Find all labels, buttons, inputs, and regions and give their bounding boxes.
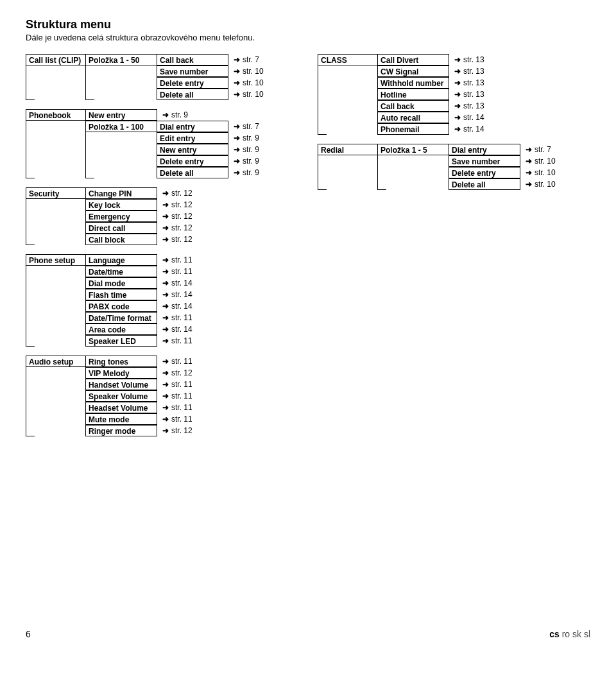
page-ref-text: str. 10 <box>243 89 264 100</box>
page-ref-text: str. 12 <box>171 222 193 234</box>
page-ref-text: str. 11 <box>171 413 193 425</box>
page-ref-text: str. 14 <box>171 289 193 300</box>
menu-row: Key lock➜str. 12 <box>26 199 298 211</box>
page-ref-text: str. 11 <box>171 266 193 277</box>
page-ref-text: str. 14 <box>171 300 193 312</box>
menu-row: RedialPoložka 1 - 5Dial entry➜str. 7 <box>318 144 590 155</box>
menu-row: Ringer mode➜str. 12 <box>26 425 298 436</box>
page-ref-text: str. 10 <box>243 65 264 77</box>
page-ref-text: str. 7 <box>535 144 551 155</box>
menu-category: Call list (CLIP) <box>26 54 86 65</box>
arrow-icon: ➜ <box>234 144 240 155</box>
menu-row: PABX code➜str. 14 <box>26 300 298 312</box>
menu-item: Položka 1 - 100 <box>85 121 157 132</box>
page-ref: ➜str. 12 <box>157 234 193 245</box>
menu-item: Položka 1 - 50 <box>85 54 157 65</box>
tree-connector <box>85 132 94 144</box>
page-ref: ➜str. 9 <box>228 132 259 144</box>
tree-connector <box>318 112 327 123</box>
menu-category: Audio setup <box>26 356 86 367</box>
tree-connector <box>26 77 35 89</box>
page-ref-text: str. 13 <box>463 65 484 77</box>
menu-item: New entry <box>85 109 157 121</box>
page-footer: 6 cs ro sk sl <box>26 629 590 639</box>
page-ref: ➜str. 14 <box>157 277 193 289</box>
tree-connector <box>377 155 386 167</box>
page-ref: ➜str. 7 <box>520 144 551 155</box>
page-ref: ➜str. 10 <box>228 89 264 100</box>
menu-row: Call back➜str. 13 <box>318 100 590 112</box>
arrow-icon: ➜ <box>454 123 461 135</box>
tree-connector <box>26 234 35 245</box>
page-ref-text: str. 10 <box>535 178 556 190</box>
page-ref: ➜str. 11 <box>157 379 193 390</box>
page-ref-text: str. 11 <box>171 356 193 367</box>
menu-block-redial: RedialPoložka 1 - 5Dial entry➜str. 7Save… <box>318 144 590 190</box>
menu-item: Phonemail <box>377 123 449 135</box>
menu-item: Call Divert <box>377 54 449 65</box>
menu-row: Phonemail➜str. 14 <box>318 123 590 135</box>
arrow-icon: ➜ <box>454 100 461 112</box>
tree-connector <box>318 123 327 135</box>
page-ref-text: str. 13 <box>463 89 484 100</box>
menu-item: Withhold number <box>377 77 449 89</box>
menu-row: Delete entry➜str. 10 <box>318 167 590 178</box>
tree-connector <box>85 77 94 89</box>
page-ref: ➜str. 11 <box>157 413 193 425</box>
menu-row: CW Signal➜str. 13 <box>318 65 590 77</box>
menu-row: Emergency➜str. 12 <box>26 211 298 222</box>
tree-connector <box>26 155 35 167</box>
menu-subitem: Save number <box>449 155 520 167</box>
page-ref-text: str. 12 <box>171 187 193 199</box>
tree-connector <box>26 289 35 300</box>
menu-subitem: Delete all <box>157 167 228 178</box>
page-ref: ➜str. 12 <box>157 367 193 379</box>
menu-item: Mute mode <box>85 413 157 425</box>
tree-connector <box>26 121 35 132</box>
menu-row: Mute mode➜str. 11 <box>26 413 298 425</box>
page-ref-text: str. 12 <box>171 199 193 211</box>
page-ref-text: str. 9 <box>243 144 259 155</box>
tree-connector <box>318 167 327 178</box>
page-title: Struktura menu <box>26 18 590 31</box>
menu-item: Ring tones <box>85 356 157 367</box>
menu-subitem: New entry <box>157 144 228 155</box>
arrow-icon: ➜ <box>234 132 240 144</box>
tree-connector <box>26 413 35 425</box>
left-column: Call list (CLIP)Položka 1 - 50Call back➜… <box>26 54 298 445</box>
menu-block-phonebook: PhonebookNew entry➜str. 9Položka 1 - 100… <box>26 109 298 178</box>
page-ref: ➜str. 13 <box>449 54 484 65</box>
locale-others: ro sk sl <box>560 629 590 639</box>
menu-subitem: Delete all <box>449 178 520 190</box>
tree-connector <box>26 335 35 347</box>
arrow-icon: ➜ <box>526 178 532 190</box>
tree-connector <box>85 144 94 155</box>
menu-item: Ringer mode <box>85 425 157 436</box>
menu-item: Flash time <box>85 289 157 300</box>
menu-item: Položka 1 - 5 <box>377 144 449 155</box>
arrow-icon: ➜ <box>234 155 240 167</box>
tree-connector <box>377 178 386 190</box>
page-ref: ➜str. 13 <box>449 100 484 112</box>
menu-item: Call back <box>377 100 449 112</box>
arrow-icon: ➜ <box>526 144 532 155</box>
menu-item: Speaker LED <box>85 335 157 347</box>
page-ref-text: str. 14 <box>171 323 193 335</box>
page-ref: ➜str. 13 <box>449 89 484 100</box>
menu-block-phonesetup: Phone setupLanguage➜str. 11Date/time➜str… <box>26 254 298 347</box>
page-ref-text: str. 7 <box>243 121 259 132</box>
page-ref: ➜str. 12 <box>157 425 193 436</box>
page-ref-text: str. 10 <box>535 155 556 167</box>
arrow-icon: ➜ <box>162 109 169 121</box>
menu-subitem: Delete entry <box>157 155 228 167</box>
page-ref: ➜str. 12 <box>157 199 193 211</box>
arrow-icon: ➜ <box>162 222 169 234</box>
page-ref-text: str. 9 <box>243 155 259 167</box>
page-ref: ➜str. 9 <box>228 155 259 167</box>
page-ref: ➜str. 9 <box>228 167 259 178</box>
tree-connector <box>26 65 35 77</box>
page-ref-text: str. 9 <box>243 167 259 178</box>
tree-connector <box>26 312 35 323</box>
arrow-icon: ➜ <box>526 167 532 178</box>
arrow-icon: ➜ <box>162 300 169 312</box>
